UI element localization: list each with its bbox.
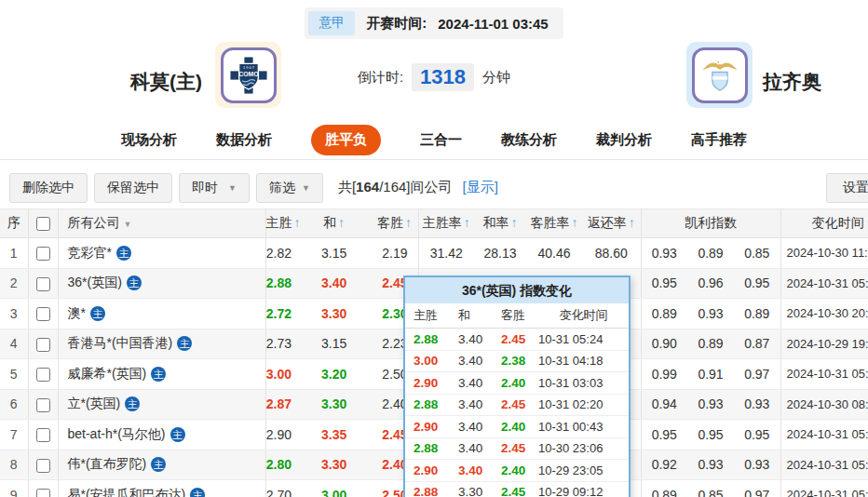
- draw-odds-cell[interactable]: 3.30: [321, 299, 377, 329]
- tab-coach-analysis[interactable]: 教练分析: [501, 131, 557, 149]
- popup-draw-odds: 3.40: [458, 420, 501, 434]
- company-name: 竞彩官*: [68, 245, 112, 262]
- home-odds-cell[interactable]: 3.00: [265, 359, 321, 390]
- tab-win-draw-lose[interactable]: 胜平负: [311, 125, 381, 155]
- filter-dropdown[interactable]: 筛选▼: [256, 173, 323, 203]
- change-time-cell: 2024-10-30 08:15: [780, 389, 868, 420]
- sort-asc-icon: ↑: [629, 215, 635, 230]
- company-cell[interactable]: 澳*主: [58, 299, 265, 329]
- row-checkbox[interactable]: [36, 307, 50, 321]
- company-cell[interactable]: 竞彩官*主: [58, 238, 265, 269]
- col-company[interactable]: 所有公司▼: [58, 209, 265, 238]
- sort-asc-icon: ↑: [572, 215, 578, 230]
- company-name: 立*(英国): [68, 396, 121, 412]
- popup-odds-row: 2.88 3.40 2.45 10-30 23:06: [405, 438, 629, 461]
- away-odds-cell[interactable]: 2.19: [377, 238, 418, 269]
- popup-draw-odds: 3.40: [458, 376, 501, 390]
- home-odds-cell[interactable]: 2.80: [265, 450, 321, 480]
- company-cell[interactable]: 立*(英国)主: [58, 389, 265, 420]
- draw-odds-cell[interactable]: 3.20: [321, 359, 377, 390]
- company-cell[interactable]: 香港马*(中国香港)主: [58, 329, 265, 359]
- row-seq: 7: [0, 420, 28, 450]
- home-odds-cell[interactable]: 2.73: [265, 329, 321, 359]
- col-payout-rate[interactable]: 返还率↑: [582, 209, 641, 238]
- home-odds-cell[interactable]: 2.70: [265, 480, 321, 497]
- company-cell[interactable]: 伟*(直布罗陀)主: [58, 450, 265, 480]
- company-cell[interactable]: 易*(安提瓜和巴布达)主: [58, 480, 265, 497]
- kelly-draw-cell: 0.93: [687, 450, 734, 480]
- col-home-rate[interactable]: 主胜率↑: [418, 209, 474, 238]
- home-odds-cell[interactable]: 2.88: [265, 268, 321, 299]
- home-odds-cell[interactable]: 2.90: [265, 420, 321, 450]
- settings-button[interactable]: 设置/选择: [826, 173, 868, 203]
- host-badge-icon: 主: [151, 457, 166, 472]
- popup-home-odds: 2.90: [414, 376, 458, 390]
- delete-selected-button[interactable]: 删除选中: [9, 173, 88, 203]
- caret-down-icon: ▼: [302, 183, 310, 193]
- draw-odds-cell[interactable]: 3.35: [321, 420, 377, 450]
- host-badge-icon: 主: [90, 306, 105, 321]
- home-odds-cell[interactable]: 2.82: [265, 238, 321, 269]
- row-select: [28, 268, 58, 299]
- row-select: [28, 238, 58, 269]
- row-checkbox[interactable]: [36, 247, 50, 261]
- company-cell[interactable]: 威廉希*(英国)主: [58, 359, 265, 390]
- row-seq: 8: [0, 450, 28, 480]
- col-change-time[interactable]: 变化时间↑: [780, 209, 868, 238]
- instant-dropdown[interactable]: 即时▼: [179, 173, 250, 203]
- col-draw-rate[interactable]: 和率↑: [474, 209, 526, 238]
- row-seq: 1: [0, 238, 28, 269]
- change-time-cell: 2024-10-31 05:34: [780, 450, 868, 480]
- tab-expert-picks[interactable]: 高手推荐: [691, 131, 747, 149]
- draw-odds-cell[interactable]: 3.30: [321, 450, 377, 480]
- league-badge: 意甲: [308, 11, 355, 35]
- row-checkbox[interactable]: [36, 398, 50, 412]
- draw-odds-cell[interactable]: 3.40: [321, 268, 377, 299]
- popup-draw-odds: 3.30: [458, 485, 501, 497]
- col-home-odds[interactable]: 主胜↑: [265, 209, 321, 238]
- col-away-odds[interactable]: 客胜↑: [377, 209, 418, 238]
- sort-asc-icon: ↑: [294, 215, 301, 230]
- kelly-away-cell: 0.89: [734, 299, 780, 329]
- company-cell[interactable]: bet-at-h*(马尔他)主: [58, 420, 265, 450]
- col-seq: 序: [0, 209, 28, 238]
- popup-home-odds: 2.88: [414, 397, 458, 411]
- lazio-crest-icon: [698, 54, 741, 97]
- row-checkbox[interactable]: [36, 368, 50, 382]
- keep-selected-button[interactable]: 保留选中: [94, 173, 172, 203]
- draw-odds-cell[interactable]: 3.00: [321, 480, 377, 497]
- popup-draw-odds: 3.40: [458, 441, 501, 455]
- tab-data-analysis[interactable]: 数据分析: [216, 131, 272, 149]
- away-team-logo: [686, 42, 753, 108]
- popup-odds-row: 3.00 3.40 2.38 10-31 04:18: [405, 351, 629, 373]
- tab-referee-analysis[interactable]: 裁判分析: [596, 131, 652, 149]
- popup-change-time: 10-31 03:03: [538, 376, 629, 390]
- popup-draw-odds: 3.40: [458, 463, 501, 477]
- popup-odds-row: 2.88 3.30 2.45 10-29 09:12: [405, 482, 629, 497]
- tab-three-in-one[interactable]: 三合一: [420, 131, 462, 149]
- row-checkbox[interactable]: [36, 277, 50, 291]
- row-checkbox[interactable]: [36, 459, 50, 473]
- popup-away-odds: 2.45: [501, 332, 538, 346]
- kelly-away-cell: 0.93: [734, 389, 780, 420]
- draw-odds-cell[interactable]: 3.15: [321, 238, 377, 269]
- row-seq: 6: [0, 389, 28, 420]
- show-link[interactable]: [显示]: [463, 179, 498, 196]
- draw-rate-cell: 28.13: [474, 238, 526, 269]
- home-odds-cell[interactable]: 2.87: [265, 389, 321, 420]
- col-away-rate[interactable]: 客胜率↑: [526, 209, 582, 238]
- row-checkbox[interactable]: [36, 428, 50, 442]
- row-checkbox[interactable]: [36, 338, 50, 352]
- home-odds-cell[interactable]: 2.72: [265, 299, 321, 329]
- kelly-home-cell: 0.90: [641, 329, 687, 359]
- select-all-checkbox[interactable]: [36, 217, 50, 231]
- company-name: bet-at-h*(马尔他): [68, 426, 166, 443]
- countdown-value: 1318: [412, 63, 474, 91]
- tab-live-analysis[interactable]: 现场分析: [121, 131, 177, 149]
- col-draw-odds[interactable]: 和↑: [321, 209, 377, 238]
- company-cell[interactable]: 36*(英国)主: [58, 268, 265, 299]
- draw-odds-cell[interactable]: 3.30: [321, 389, 377, 420]
- countdown-unit: 分钟: [482, 69, 510, 87]
- row-checkbox[interactable]: [36, 489, 50, 497]
- draw-odds-cell[interactable]: 3.15: [321, 329, 377, 359]
